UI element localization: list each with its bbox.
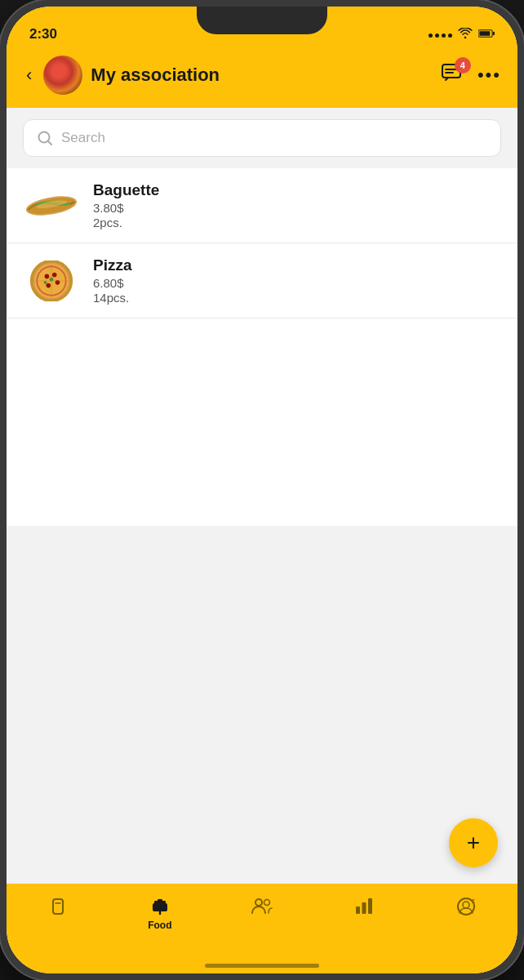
header-left: ‹ My association <box>23 56 220 95</box>
svg-rect-35 <box>368 898 372 914</box>
item-image-pizza <box>23 261 80 301</box>
back-button[interactable]: ‹ <box>23 61 35 89</box>
search-icon <box>37 130 53 146</box>
svg-rect-1 <box>479 31 490 36</box>
item-image-baguette <box>23 185 80 226</box>
nav-item-stats[interactable] <box>313 893 415 915</box>
avatar-image <box>43 56 82 95</box>
svg-point-32 <box>264 900 270 906</box>
wifi-icon <box>457 28 473 42</box>
list-item[interactable]: Pizza 6.80$ 14pcs. <box>7 243 517 318</box>
nav-item-people[interactable] <box>211 893 313 915</box>
svg-rect-33 <box>356 906 360 914</box>
status-time: 2:30 <box>29 26 57 42</box>
power-button <box>517 178 522 235</box>
svg-point-31 <box>255 899 262 906</box>
nav-item-drink[interactable] <box>7 893 109 916</box>
svg-point-19 <box>46 283 51 287</box>
notch <box>197 7 327 34</box>
food-icon <box>150 897 170 916</box>
phone-frame: 2:30 <box>0 0 524 980</box>
home-indicator <box>7 957 517 973</box>
item-info-pizza: Pizza 6.80$ 14pcs. <box>93 256 501 305</box>
add-item-button[interactable]: + <box>449 818 498 867</box>
item-name: Pizza <box>93 256 501 274</box>
svg-point-17 <box>52 272 57 277</box>
svg-rect-25 <box>53 899 63 914</box>
nav-label-food: Food <box>148 920 171 931</box>
phone-screen: 2:30 <box>7 7 517 973</box>
volume-down-button <box>2 207 7 247</box>
item-price: 6.80$ <box>93 276 501 290</box>
svg-rect-29 <box>158 899 162 902</box>
notification-badge: 4 <box>455 57 471 74</box>
status-icons <box>429 28 495 42</box>
avatar <box>43 56 82 95</box>
bottom-navigation: Food <box>7 884 517 957</box>
item-name: Baguette <box>93 181 501 199</box>
nav-item-account[interactable]: € <box>415 893 517 916</box>
page-header: ‹ My association 4 ••• <box>7 47 517 108</box>
nav-item-food[interactable]: Food <box>109 893 211 931</box>
svg-point-16 <box>45 274 50 278</box>
page-title: My association <box>91 65 220 86</box>
svg-point-21 <box>44 281 47 284</box>
search-bar[interactable]: Search <box>23 119 501 157</box>
volume-up-button <box>2 154 7 194</box>
svg-text:€: € <box>472 898 475 904</box>
svg-point-37 <box>463 902 469 908</box>
svg-line-7 <box>48 141 52 145</box>
item-info-baguette: Baguette 3.80$ 2pcs. <box>93 181 501 229</box>
empty-content-area: + <box>7 526 517 884</box>
people-icon <box>251 897 273 915</box>
search-placeholder: Search <box>61 130 105 146</box>
drink-icon <box>48 897 68 916</box>
svg-rect-34 <box>362 902 366 914</box>
notifications-button[interactable]: 4 <box>442 64 464 87</box>
search-container: Search <box>7 108 517 168</box>
home-bar <box>205 964 319 968</box>
item-qty: 14pcs. <box>93 291 501 305</box>
svg-rect-2 <box>493 32 495 35</box>
item-qty: 2pcs. <box>93 216 501 229</box>
battery-icon <box>478 28 495 42</box>
items-list: Baguette 3.80$ 2pcs. <box>7 168 517 526</box>
account-icon: € <box>456 897 476 916</box>
header-right: 4 ••• <box>442 64 501 87</box>
signal-icon <box>429 33 452 38</box>
stats-icon <box>354 897 374 915</box>
list-item[interactable]: Baguette 3.80$ 2pcs. <box>7 168 517 243</box>
item-price: 3.80$ <box>93 201 501 215</box>
more-button[interactable]: ••• <box>477 65 501 86</box>
